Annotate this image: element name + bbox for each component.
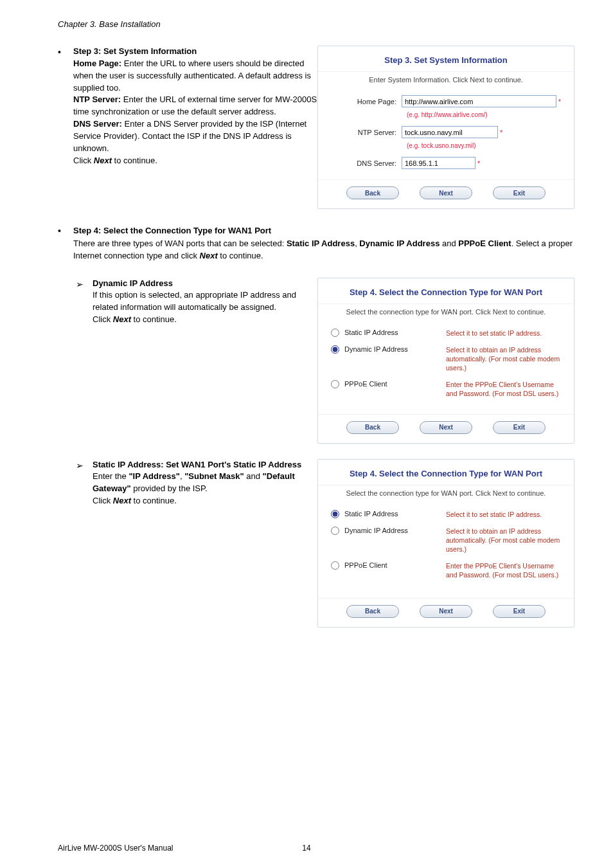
stat-text: Static IP Address: Set WAN1 Port's Stati… [93, 459, 305, 507]
opt-static-label-b: Static IP Address [344, 510, 441, 518]
panel-step3: Step 3. Set System Information Enter Sys… [317, 46, 574, 209]
next-button[interactable]: Next [420, 421, 472, 434]
radio-static-b[interactable] [331, 510, 339, 518]
step3-text: Step 3: Set System Information Home Page… [73, 46, 317, 167]
chapter-heading: Chapter 3. Base Installation [58, 19, 574, 29]
step4-body1: There are three types of WAN ports that … [73, 239, 287, 248]
dyn-continue: to continue. [131, 314, 177, 324]
panel4b-title: Step 4. Select the Connection Type for W… [318, 460, 574, 485]
opt-static-desc-b: Select it to set static IP address. [446, 510, 561, 519]
opt-dynamic-label-b: Dynamic IP Address [344, 527, 441, 534]
radio-dynamic-b[interactable] [331, 527, 339, 535]
exit-button[interactable]: Exit [493, 421, 546, 434]
radio-dynamic-a[interactable] [331, 345, 339, 354]
panel4b-subtitle: Select the connection type for WAN port.… [318, 485, 574, 506]
opt-pppoe-label-a: PPPoE Client [344, 380, 441, 388]
next-button[interactable]: Next [420, 605, 472, 618]
stat-continue: to continue. [131, 496, 177, 505]
dyn-click: Click [93, 314, 113, 324]
step3-label-dns: DNS Server: [73, 119, 122, 129]
step4-b3: PPPoE Client [458, 239, 511, 248]
panel4a-subtitle: Select the connection type for WAN port.… [318, 303, 574, 325]
label-home-page: Home Page: [331, 98, 402, 105]
step4-b2: Dynamic IP Address [359, 239, 440, 248]
stat-body2: provided by the ISP. [131, 484, 208, 493]
stat-and: and [244, 471, 263, 481]
step4-body3: to continue. [218, 251, 263, 260]
panel-step4-dynamic: Step 4. Select the Connection Type for W… [317, 278, 574, 444]
opt-dynamic-desc-a: Select it to obtain an IP address automa… [446, 345, 561, 373]
bullet: • [58, 46, 73, 57]
step3-label-ntp: NTP Server: [73, 95, 121, 104]
dyn-body: If this option is selected, an appropria… [93, 290, 296, 312]
step4-title: Step 4: Select the Connection Type for W… [73, 226, 271, 235]
stat-click: Click [93, 496, 113, 505]
label-ntp: NTP Server: [331, 129, 402, 136]
stat-q1: "IP Address" [129, 471, 180, 481]
radio-pppoe-b[interactable] [331, 561, 339, 570]
eg-home: (e.g. http://www.airlive.com/) [394, 110, 574, 123]
step3-continue: to continue. [112, 156, 157, 165]
input-dns[interactable] [402, 157, 475, 169]
stat-q2: "Subnet Mask" [184, 471, 244, 481]
step3-click: Click [73, 156, 94, 165]
opt-pppoe-desc-b: Enter the PPPoE Client's Username and Pa… [446, 561, 561, 579]
panel3-subtitle: Enter System Information. Click Next to … [318, 71, 574, 93]
label-dns: DNS Server: [331, 159, 402, 167]
pointer: ➢ [76, 278, 93, 289]
step3-title: Step 3: Set System Information [73, 46, 197, 56]
exit-button[interactable]: Exit [493, 605, 546, 618]
step4-and: and [440, 239, 458, 248]
step3-next-word: Next [94, 156, 112, 165]
dyn-text: Dynamic IP Address If this option is sel… [93, 278, 305, 326]
opt-static-desc-a: Select it to set static IP address. [446, 329, 561, 338]
pointer: ➢ [76, 459, 93, 471]
radio-pppoe-a[interactable] [331, 380, 339, 388]
back-button[interactable]: Back [346, 186, 399, 199]
panel3-title: Step 3. Set System Information [318, 46, 574, 71]
stat-body1: Enter the [93, 471, 129, 481]
exit-button[interactable]: Exit [493, 186, 546, 199]
step4-text: Step 4: Select the Connection Type for W… [73, 224, 574, 262]
required-star: * [498, 129, 502, 136]
panel4a-title: Step 4. Select the Connection Type for W… [318, 278, 574, 303]
eg-ntp: (e.g. tock.usno.navy.mil) [394, 141, 574, 154]
input-ntp[interactable] [402, 126, 498, 138]
stat-next-word: Next [113, 496, 131, 505]
dyn-title: Dynamic IP Address [93, 278, 173, 288]
input-home-page[interactable] [402, 95, 556, 107]
dyn-next-word: Next [113, 314, 131, 324]
next-button[interactable]: Next [420, 186, 472, 199]
back-button[interactable]: Back [346, 421, 399, 434]
opt-pppoe-desc-a: Enter the PPPoE Client's Username and Pa… [446, 380, 561, 398]
required-star: * [556, 98, 561, 105]
required-star: * [475, 159, 480, 167]
back-button[interactable]: Back [346, 605, 399, 618]
step4-b1: Static IP Address [287, 239, 355, 248]
panel-step4-static: Step 4. Select the Connection Type for W… [317, 459, 574, 628]
opt-dynamic-label-a: Dynamic IP Address [344, 345, 441, 353]
page-number: 14 [0, 844, 613, 853]
opt-dynamic-desc-b: Select it to obtain an IP address automa… [446, 527, 561, 554]
stat-title: Static IP Address: Set WAN1 Port's Stati… [93, 460, 301, 469]
bullet: • [58, 224, 73, 236]
step4-next-word: Next [200, 251, 218, 260]
opt-static-label-a: Static IP Address [344, 329, 441, 336]
opt-pppoe-label-b: PPPoE Client [344, 561, 441, 569]
step3-label-home: Home Page: [73, 59, 121, 68]
radio-static-a[interactable] [331, 329, 339, 337]
